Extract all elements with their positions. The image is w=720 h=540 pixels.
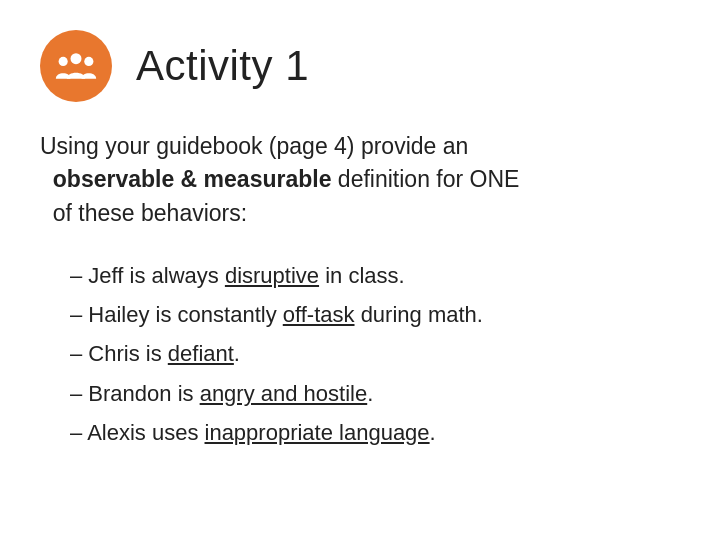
list-item: – Alexis uses inappropriate language. bbox=[70, 415, 680, 450]
behavior-term: off-task bbox=[283, 302, 355, 327]
behavior-suffix: . bbox=[367, 381, 373, 406]
list-item: – Chris is defiant. bbox=[70, 336, 680, 371]
svg-point-2 bbox=[84, 57, 93, 66]
list-item: – Hailey is constantly off-task during m… bbox=[70, 297, 680, 332]
list-item: – Brandon is angry and hostile. bbox=[70, 376, 680, 411]
behavior-term: angry and hostile bbox=[200, 381, 368, 406]
svg-point-0 bbox=[71, 53, 82, 64]
page-title: Activity 1 bbox=[136, 42, 309, 90]
list-item: – Jeff is always disruptive in class. bbox=[70, 258, 680, 293]
intro-text-part1: Using your guidebook (page 4) provide an bbox=[40, 133, 468, 159]
people-svg bbox=[54, 44, 98, 88]
behavior-prefix: – Jeff is always bbox=[70, 263, 225, 288]
behavior-suffix: . bbox=[430, 420, 436, 445]
behavior-prefix: – Hailey is constantly bbox=[70, 302, 283, 327]
intro-paragraph: Using your guidebook (page 4) provide an… bbox=[40, 130, 680, 230]
people-group-icon bbox=[40, 30, 112, 102]
behavior-suffix: during math. bbox=[355, 302, 483, 327]
behavior-term: inappropriate language bbox=[205, 420, 430, 445]
behavior-suffix: . bbox=[234, 341, 240, 366]
behavior-prefix: – Alexis uses bbox=[70, 420, 205, 445]
behavior-term: defiant bbox=[168, 341, 234, 366]
page-header: Activity 1 bbox=[40, 30, 680, 102]
intro-bold-text: observable & measurable bbox=[53, 166, 332, 192]
behavior-term: disruptive bbox=[225, 263, 319, 288]
behavior-prefix: – Brandon is bbox=[70, 381, 200, 406]
behavior-prefix: – Chris is bbox=[70, 341, 168, 366]
behaviors-list: – Jeff is always disruptive in class. – … bbox=[40, 258, 680, 450]
svg-point-1 bbox=[59, 57, 68, 66]
behavior-suffix: in class. bbox=[319, 263, 405, 288]
